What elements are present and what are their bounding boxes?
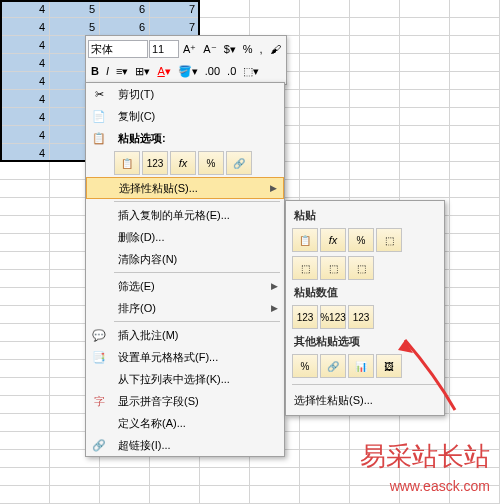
copy-item[interactable]: 📄复制(C) <box>86 105 284 127</box>
sub-paste-fmt[interactable]: % <box>348 228 374 252</box>
align[interactable]: ≡▾ <box>113 63 131 80</box>
sub-paste-c[interactable]: ⬚ <box>348 256 374 280</box>
cell[interactable]: 4 <box>0 36 50 54</box>
cell[interactable] <box>0 288 50 306</box>
sort-item[interactable]: 排序(O)▶ <box>86 297 284 319</box>
shrink-font[interactable]: A⁻ <box>200 41 219 58</box>
cell[interactable] <box>200 486 250 504</box>
cell[interactable] <box>450 72 500 90</box>
sub-other-pic[interactable]: 📊 <box>348 354 374 378</box>
cell[interactable] <box>450 180 500 198</box>
cell[interactable] <box>50 486 100 504</box>
sub-paste-b[interactable]: ⬚ <box>320 256 346 280</box>
cell[interactable] <box>100 486 150 504</box>
cell[interactable] <box>400 108 450 126</box>
cell[interactable] <box>350 162 400 180</box>
cell[interactable] <box>300 144 350 162</box>
cell[interactable] <box>0 306 50 324</box>
cell[interactable] <box>450 54 500 72</box>
cell[interactable] <box>350 108 400 126</box>
cell[interactable] <box>400 0 450 18</box>
cell[interactable] <box>200 18 250 36</box>
merge[interactable]: ⬚▾ <box>240 63 262 80</box>
cell[interactable]: 6 <box>100 0 150 18</box>
cell[interactable]: 7 <box>150 18 200 36</box>
sub-other-fmt[interactable]: % <box>292 354 318 378</box>
cell[interactable] <box>400 144 450 162</box>
cell[interactable] <box>400 180 450 198</box>
cell[interactable] <box>300 432 350 450</box>
cell[interactable] <box>450 414 500 432</box>
cell[interactable] <box>450 270 500 288</box>
paste-formatting[interactable]: % <box>198 151 224 175</box>
cell[interactable] <box>350 414 400 432</box>
cell[interactable] <box>250 468 300 486</box>
cell[interactable] <box>350 0 400 18</box>
cell[interactable] <box>300 0 350 18</box>
define-name-item[interactable]: 定义名称(A)... <box>86 412 284 434</box>
insert-item[interactable]: 插入复制的单元格(E)... <box>86 204 284 226</box>
cell[interactable] <box>400 414 450 432</box>
cell[interactable] <box>450 198 500 216</box>
cell[interactable] <box>0 450 50 468</box>
pinyin-item[interactable]: 字显示拼音字段(S) <box>86 390 284 412</box>
cell[interactable]: 4 <box>0 72 50 90</box>
cell[interactable] <box>0 414 50 432</box>
cell[interactable] <box>0 216 50 234</box>
cell[interactable] <box>300 108 350 126</box>
cell[interactable] <box>50 468 100 486</box>
cell[interactable] <box>0 378 50 396</box>
cell[interactable] <box>300 180 350 198</box>
cell[interactable] <box>300 468 350 486</box>
cell[interactable] <box>150 486 200 504</box>
cell[interactable] <box>150 468 200 486</box>
cell[interactable] <box>200 468 250 486</box>
cell[interactable] <box>0 162 50 180</box>
cell[interactable] <box>350 126 400 144</box>
cell[interactable] <box>400 126 450 144</box>
cell[interactable]: 5 <box>50 18 100 36</box>
cell[interactable] <box>450 144 500 162</box>
sub-paste-all[interactable]: 📋 <box>292 228 318 252</box>
inc-decimal[interactable]: .00 <box>202 63 223 79</box>
cell[interactable] <box>450 108 500 126</box>
hyperlink-item[interactable]: 🔗超链接(I)... <box>86 434 284 456</box>
cell[interactable] <box>250 0 300 18</box>
cell[interactable]: 4 <box>0 18 50 36</box>
cell[interactable] <box>0 486 50 504</box>
delete-item[interactable]: 删除(D)... <box>86 226 284 248</box>
cell[interactable] <box>350 18 400 36</box>
dropdown-item[interactable]: 从下拉列表中选择(K)... <box>86 368 284 390</box>
bold[interactable]: B <box>88 63 102 79</box>
paste-values[interactable]: 123 <box>142 151 168 175</box>
cell[interactable] <box>0 252 50 270</box>
cell[interactable]: 4 <box>0 144 50 162</box>
size-select[interactable]: 11 <box>149 40 179 58</box>
cell[interactable] <box>0 360 50 378</box>
cell[interactable] <box>450 18 500 36</box>
cell[interactable] <box>450 126 500 144</box>
sub-other-link[interactable]: 🔗 <box>320 354 346 378</box>
cell[interactable]: 4 <box>0 108 50 126</box>
cell[interactable] <box>0 468 50 486</box>
dec-decimal[interactable]: .0 <box>224 63 239 79</box>
cell[interactable] <box>100 468 150 486</box>
cell[interactable] <box>300 126 350 144</box>
cell[interactable] <box>300 18 350 36</box>
cell[interactable] <box>0 324 50 342</box>
cell[interactable] <box>400 36 450 54</box>
cell[interactable] <box>0 234 50 252</box>
percent[interactable]: % <box>240 41 256 57</box>
cell[interactable] <box>450 162 500 180</box>
paste-all[interactable]: 📋 <box>114 151 140 175</box>
cell[interactable] <box>400 54 450 72</box>
cell[interactable] <box>300 36 350 54</box>
cell[interactable] <box>300 450 350 468</box>
cell[interactable] <box>0 180 50 198</box>
cell[interactable] <box>450 0 500 18</box>
cell[interactable] <box>450 36 500 54</box>
fill-color[interactable]: 🪣▾ <box>175 63 201 80</box>
cell[interactable] <box>350 180 400 198</box>
cell[interactable] <box>0 396 50 414</box>
paste-special-item[interactable]: 选择性粘贴(S)...▶ <box>86 177 284 199</box>
